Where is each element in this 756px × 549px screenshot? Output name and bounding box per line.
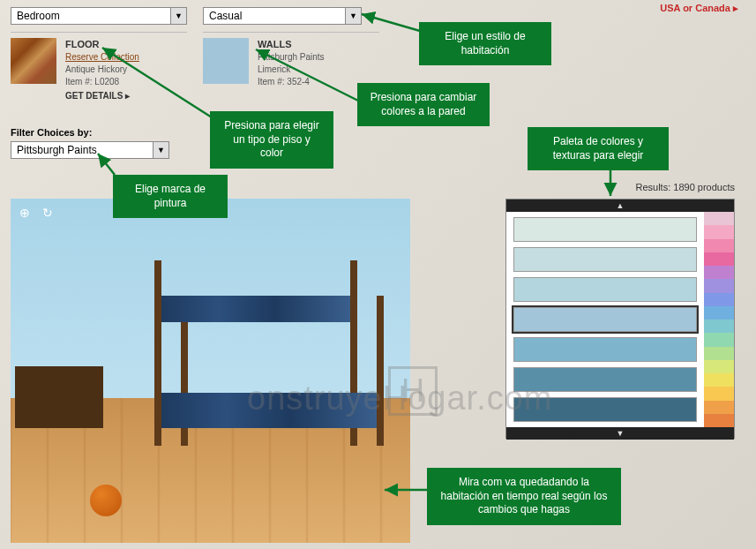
- color-palette: ▲ ▼: [505, 199, 735, 439]
- strip-segment[interactable]: [704, 212, 734, 225]
- strip-segment[interactable]: [704, 266, 734, 279]
- strip-segment[interactable]: [704, 360, 734, 373]
- results-count: Results: 1890 products: [635, 182, 735, 192]
- filter-label: Filter Choices by:: [11, 127, 169, 138]
- callout-palette: Paleta de colores y texturas para elegir: [528, 127, 669, 170]
- strip-segment[interactable]: [704, 401, 734, 414]
- palette-swatch[interactable]: [513, 217, 697, 242]
- chevron-down-icon[interactable]: ▼: [153, 142, 168, 158]
- callout-style: Elige un estilo de habitación: [419, 22, 551, 65]
- floor-swatch-image[interactable]: [11, 38, 56, 84]
- palette-swatch[interactable]: [513, 337, 697, 362]
- room-dropdown-value: Bedroom: [11, 10, 170, 22]
- callout-preview: Mira com va quedadando la habitación en …: [427, 468, 621, 525]
- zoom-controls: ⊕ ↻: [16, 204, 56, 222]
- strip-segment[interactable]: [704, 320, 734, 333]
- palette-scroll-up[interactable]: ▲: [506, 199, 734, 212]
- strip-segment[interactable]: [704, 252, 734, 266]
- strip-segment[interactable]: [704, 373, 734, 387]
- strip-segment[interactable]: [704, 347, 734, 360]
- arrow-icon: [379, 472, 432, 508]
- strip-segment[interactable]: [704, 306, 734, 320]
- filter-section: Filter Choices by: Pittsburgh Paints ▼: [11, 127, 169, 159]
- strip-segment[interactable]: [704, 279, 734, 292]
- svg-line-1: [256, 49, 358, 101]
- callout-brand: Elige marca de pintura: [113, 175, 228, 218]
- preview-desk: [15, 366, 103, 428]
- palette-swatch[interactable]: [513, 397, 697, 422]
- callout-floor: Presiona para elegir un tipo de piso y c…: [210, 111, 333, 169]
- palette-body: [506, 212, 734, 427]
- svg-line-0: [362, 14, 420, 31]
- palette-scroll-down[interactable]: ▼: [506, 427, 734, 440]
- svg-line-3: [98, 154, 115, 175]
- palette-swatch[interactable]: [513, 277, 697, 302]
- preview-bunkbed: [154, 260, 384, 446]
- palette-swatch[interactable]: [513, 307, 697, 332]
- country-link[interactable]: USA or Canada ▸: [660, 3, 738, 14]
- watermark-logo: H: [388, 366, 438, 416]
- svg-line-2: [102, 48, 212, 117]
- strip-segment[interactable]: [704, 333, 734, 346]
- strip-segment[interactable]: [704, 387, 734, 400]
- strip-segment[interactable]: [704, 239, 734, 252]
- top-dropdowns: Bedroom ▼ Casual ▼: [11, 7, 362, 25]
- room-dropdown[interactable]: Bedroom ▼: [11, 7, 187, 25]
- arrow-icon: [97, 42, 216, 122]
- style-dropdown[interactable]: Casual ▼: [203, 7, 362, 25]
- palette-swatch[interactable]: [513, 247, 697, 272]
- refresh-icon[interactable]: ↻: [39, 204, 56, 222]
- arrow-icon: [251, 44, 361, 106]
- zoom-in-icon[interactable]: ⊕: [16, 204, 34, 222]
- filter-dropdown[interactable]: Pittsburgh Paints ▼: [11, 141, 169, 159]
- preview-basketball: [90, 485, 122, 516]
- strip-segment[interactable]: [704, 414, 734, 427]
- callout-walls: Presiona para cambiar colores a la pared: [357, 83, 490, 126]
- palette-swatch-list: [506, 212, 704, 427]
- filter-dropdown-value: Pittsburgh Paints: [11, 144, 153, 156]
- palette-swatch[interactable]: [513, 367, 697, 392]
- style-dropdown-value: Casual: [204, 10, 345, 22]
- arrow-icon: [356, 9, 423, 35]
- color-strip[interactable]: [704, 212, 734, 427]
- strip-segment[interactable]: [704, 225, 734, 238]
- chevron-down-icon[interactable]: ▼: [170, 8, 186, 24]
- room-preview: ⊕ ↻: [11, 199, 410, 543]
- strip-segment[interactable]: [704, 293, 734, 306]
